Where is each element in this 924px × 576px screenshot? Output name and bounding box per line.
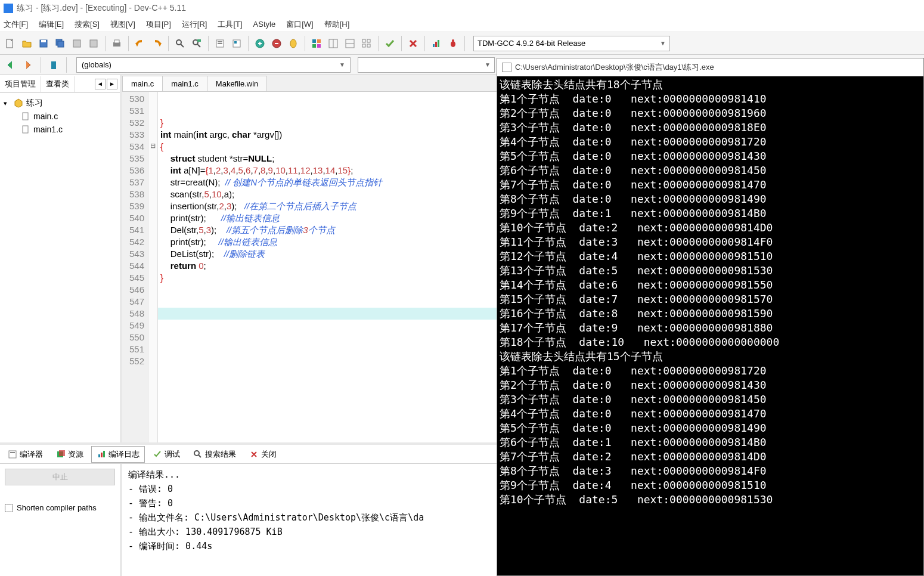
- shorten-paths-input[interactable]: [5, 504, 13, 512]
- undo-icon[interactable]: [132, 36, 148, 51]
- open-file-icon[interactable]: [19, 36, 35, 51]
- replace-icon[interactable]: [189, 36, 204, 51]
- project-root[interactable]: ▾ 练习: [4, 97, 116, 110]
- btab-resources[interactable]: 资源: [51, 446, 89, 463]
- new-project-icon[interactable]: [309, 36, 324, 51]
- btab-compile-log[interactable]: 编译日志: [91, 446, 145, 463]
- print-icon[interactable]: [109, 36, 125, 51]
- chevron-down-icon: ▼: [339, 61, 345, 68]
- svg-rect-25: [317, 44, 321, 48]
- tile-icon[interactable]: [325, 36, 341, 51]
- svg-rect-8: [114, 40, 119, 43]
- compile-icon[interactable]: [212, 36, 228, 51]
- log-icon: [97, 450, 106, 459]
- tree-file-main[interactable]: main.c: [20, 110, 116, 123]
- btab-debug[interactable]: 调试: [147, 446, 185, 463]
- svg-rect-22: [312, 39, 316, 43]
- close-icon[interactable]: [86, 36, 101, 51]
- fold-column: ⊟: [148, 92, 158, 442]
- rebuild-icon[interactable]: [269, 36, 284, 51]
- save-all-icon[interactable]: [52, 36, 68, 51]
- file-icon: [20, 111, 31, 122]
- debug-icon[interactable]: [286, 36, 301, 51]
- editor-tab-makefile[interactable]: Makefile.win: [207, 76, 268, 91]
- console-title-bar[interactable]: C:\Users\Administrator\Desktop\张俊\c语言\da…: [497, 58, 923, 76]
- menu-tools[interactable]: 工具[T]: [218, 19, 242, 30]
- svg-rect-35: [435, 42, 437, 47]
- svg-rect-18: [234, 41, 237, 44]
- save-as-icon[interactable]: [69, 36, 85, 51]
- svg-rect-39: [51, 61, 56, 69]
- svg-rect-40: [23, 113, 28, 120]
- svg-rect-43: [10, 452, 15, 453]
- scope-select[interactable]: (globals) ▼: [76, 57, 351, 73]
- compile-run-icon[interactable]: [252, 36, 268, 51]
- svg-point-49: [194, 451, 199, 456]
- shorten-paths-checkbox[interactable]: Shorten compiler paths: [5, 503, 115, 512]
- project-name: 练习: [26, 98, 43, 109]
- check-icon[interactable]: [382, 36, 398, 51]
- back-icon[interactable]: [2, 57, 18, 73]
- debug-tab-icon: [153, 450, 162, 459]
- svg-rect-16: [218, 43, 222, 44]
- compiler-icon: [8, 450, 17, 459]
- forward-icon[interactable]: [20, 57, 36, 73]
- btab-search[interactable]: 搜索结果: [188, 446, 241, 463]
- svg-rect-47: [101, 453, 103, 457]
- menu-astyle[interactable]: AStyle: [253, 20, 276, 29]
- main-toolbar: TDM-GCC 4.9.2 64-bit Release ▼: [0, 32, 924, 55]
- collapse-icon[interactable]: ▾: [4, 100, 11, 107]
- svg-point-11: [193, 40, 198, 45]
- svg-rect-13: [197, 39, 201, 42]
- menu-view[interactable]: 视图[V]: [110, 19, 135, 30]
- bookmark-icon[interactable]: [46, 57, 61, 73]
- menu-search[interactable]: 搜索[S]: [75, 19, 100, 30]
- console-window[interactable]: C:\Users\Administrator\Desktop\张俊\c语言\da…: [497, 58, 924, 576]
- menu-edit[interactable]: 编辑[E]: [39, 19, 64, 30]
- find-icon[interactable]: [172, 36, 188, 51]
- menu-help[interactable]: 帮助[H]: [324, 19, 350, 30]
- svg-rect-6: [90, 40, 97, 47]
- chevron-down-icon: ▼: [660, 40, 666, 47]
- svg-rect-41: [23, 126, 28, 133]
- redo-icon[interactable]: [149, 36, 165, 51]
- menu-run[interactable]: 运行[R]: [182, 19, 207, 30]
- menu-window[interactable]: 窗口[W]: [286, 19, 314, 30]
- save-icon[interactable]: [36, 36, 51, 51]
- new-file-icon[interactable]: [2, 36, 18, 51]
- sidebar-prev-icon[interactable]: ◄: [95, 79, 106, 89]
- svg-point-37: [451, 41, 455, 47]
- window-title: 练习 - [练习.dev] - [Executing] - Dev-C++ 5.…: [17, 3, 186, 14]
- project-tree: ▾ 练习 main.c main1.c: [0, 93, 120, 140]
- svg-rect-30: [362, 39, 365, 42]
- svg-rect-46: [98, 454, 100, 457]
- editor-tab-main[interactable]: main.c: [122, 76, 163, 91]
- sidebar-tabs: 项目管理 查看类 ◄ ►: [0, 75, 120, 93]
- chevron-down-icon: ▼: [485, 61, 491, 68]
- member-select[interactable]: ▼: [358, 57, 495, 73]
- svg-rect-15: [218, 41, 222, 42]
- cancel-icon[interactable]: [405, 36, 421, 51]
- run-icon[interactable]: [229, 36, 244, 51]
- chart-icon[interactable]: [429, 36, 444, 51]
- svg-rect-4: [58, 41, 64, 47]
- svg-rect-48: [103, 451, 105, 457]
- editor-tab-main1[interactable]: main1.c: [162, 76, 207, 91]
- sidebar-next-icon[interactable]: ►: [107, 79, 117, 89]
- btab-compiler[interactable]: 编译器: [2, 446, 48, 463]
- abort-button[interactable]: 中止: [5, 469, 115, 485]
- menu-file[interactable]: 文件[F]: [4, 19, 28, 30]
- bug-icon[interactable]: [445, 36, 461, 51]
- tree-file-label: main.c: [33, 112, 58, 121]
- sidebar-tab-project[interactable]: 项目管理: [0, 76, 41, 92]
- tile2-icon[interactable]: [342, 36, 358, 51]
- grid-icon[interactable]: [359, 36, 374, 51]
- sidebar: 项目管理 查看类 ◄ ► ▾ 练习 main.c main1.c: [0, 75, 122, 442]
- tree-file-main1[interactable]: main1.c: [20, 123, 116, 136]
- menu-project[interactable]: 项目[P]: [146, 19, 171, 30]
- compiler-select[interactable]: TDM-GCC 4.9.2 64-bit Release ▼: [473, 36, 670, 51]
- sidebar-tab-classes[interactable]: 查看类: [41, 76, 75, 92]
- btab-close[interactable]: 关闭: [244, 446, 282, 463]
- console-output[interactable]: 该链表除去头结点共有18个子节点 第1个子节点 date:0 next:0000…: [497, 76, 923, 575]
- close-tab-icon: [249, 450, 259, 459]
